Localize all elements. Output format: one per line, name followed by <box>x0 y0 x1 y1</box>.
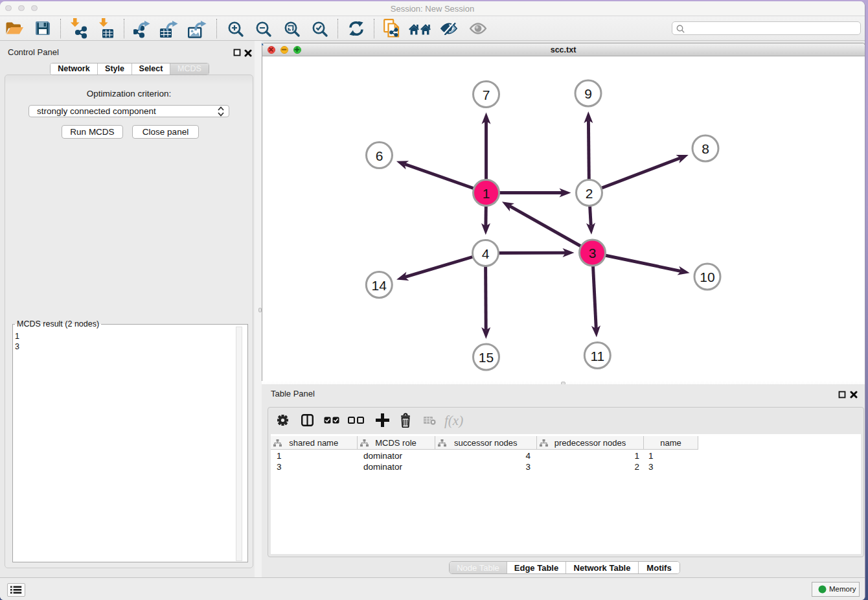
svg-text:1: 1 <box>483 186 490 201</box>
svg-text:14: 14 <box>372 278 387 293</box>
svg-text:11: 11 <box>590 349 604 363</box>
svg-text:15: 15 <box>479 350 494 365</box>
svg-text:8: 8 <box>702 141 709 156</box>
svg-text:7: 7 <box>483 87 490 102</box>
svg-text:9: 9 <box>584 86 592 101</box>
svg-text:4: 4 <box>482 246 490 261</box>
svg-text:2: 2 <box>586 186 593 201</box>
svg-text:6: 6 <box>376 148 383 163</box>
svg-text:10: 10 <box>700 270 714 284</box>
svg-text:3: 3 <box>589 246 597 260</box>
